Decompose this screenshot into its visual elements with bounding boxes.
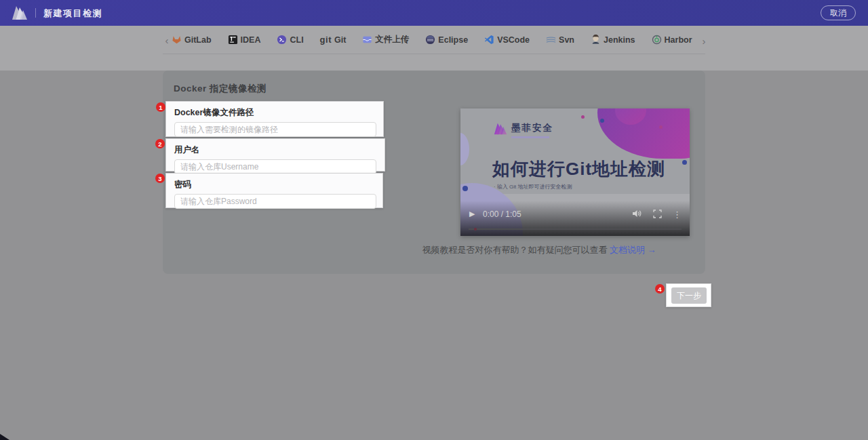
gitlab-icon: [172, 35, 182, 45]
card-title: Docker 指定镜像检测: [174, 83, 267, 95]
som-badge-1: 1: [156, 102, 165, 112]
vscode-icon: [484, 35, 494, 45]
decor-dot: [462, 186, 468, 191]
som-badge-3: 3: [155, 174, 165, 183]
password-input[interactable]: [174, 194, 376, 209]
username-input[interactable]: [174, 159, 376, 174]
decor-dot: [659, 125, 663, 129]
tab-cli[interactable]: CLI: [276, 28, 304, 51]
tab-gitlab[interactable]: GitLab: [171, 28, 212, 51]
play-icon[interactable]: ▶: [469, 209, 475, 218]
video-controls-bar: ▶ 0:00 / 1:05 ⋮: [460, 201, 690, 236]
video-brand-name: 墨菲安全: [511, 122, 553, 134]
header-divider: [35, 8, 36, 18]
tabs-scroll-right-icon[interactable]: ›: [700, 34, 708, 47]
video-slide-title: 如何进行Git地址检测: [492, 157, 665, 181]
decor-dot: [682, 160, 687, 165]
page-title: 新建项目检测: [43, 7, 102, 20]
tutorial-video-player[interactable]: 墨菲安全 如何进行Git地址检测 · 输入 Git 地址即可进行安全检测 ▶ 0…: [460, 108, 690, 236]
tab-git[interactable]: git Git: [319, 28, 347, 51]
corner-artifact: [0, 434, 9, 440]
fullscreen-icon[interactable]: [653, 209, 662, 221]
decor-blob-left: [460, 133, 469, 165]
docker-image-path-label: Docker镜像文件路径: [174, 107, 383, 119]
video-progress-dot: [474, 228, 477, 231]
username-label: 用户名: [174, 144, 384, 156]
tab-label: GitLab: [184, 35, 212, 45]
next-step-spotlight: 下一步: [666, 283, 711, 307]
jenkins-icon: [591, 35, 601, 45]
video-time: 0:00 / 1:05: [483, 209, 521, 219]
tab-svn[interactable]: Svn: [545, 28, 575, 51]
tab-label: Svn: [559, 35, 574, 45]
eclipse-icon: [425, 35, 435, 45]
video-brand-lockup: 墨菲安全: [493, 122, 553, 138]
volume-icon[interactable]: [632, 209, 642, 221]
tab-label: Jenkins: [604, 35, 635, 45]
harbor-icon: [652, 35, 662, 45]
docker-image-path-input[interactable]: [174, 122, 376, 137]
more-options-icon[interactable]: ⋮: [673, 210, 682, 220]
field-username: 用户名: [165, 138, 385, 172]
field-docker-image-path: Docker镜像文件路径: [165, 101, 384, 137]
cli-icon: [277, 35, 287, 45]
tab-label: CLI: [290, 35, 303, 45]
video-progress-bar[interactable]: [469, 228, 682, 230]
svn-icon: [546, 35, 556, 45]
tab-vscode[interactable]: VSCode: [484, 28, 530, 51]
tab-label: Eclipse: [438, 35, 468, 45]
som-badge-2: 2: [155, 139, 165, 148]
help-text: 视频教程是否对你有帮助？如有疑问您可以查看: [422, 245, 610, 255]
tab-jenkins[interactable]: Jenkins: [590, 28, 636, 51]
murphysec-logo-icon: [11, 5, 28, 24]
video-brand-subline: [511, 136, 549, 138]
tabs-viewport: GitLab IDEA CLI git Git: [171, 28, 698, 52]
idea-icon: [228, 35, 238, 45]
tab-label: Harbor: [665, 35, 692, 45]
cancel-button[interactable]: 取消: [821, 5, 856, 20]
field-password: 密码: [165, 173, 383, 208]
tab-idea[interactable]: IDEA: [227, 28, 262, 51]
tab-label: IDEA: [241, 35, 261, 45]
tab-file-upload[interactable]: 文件上传: [361, 28, 410, 52]
tabs-scroll-left-icon[interactable]: ‹: [163, 33, 171, 46]
decor-dot: [581, 115, 585, 119]
tabstrip-background: ‹ GitLab IDEA CLI git: [0, 26, 868, 71]
video-help-caption: 视频教程是否对你有帮助？如有疑问您可以查看 文档说明 →: [380, 244, 698, 256]
murphysec-video-logo-icon: [493, 122, 508, 138]
app-header: 新建项目检测 取消: [0, 0, 868, 26]
docs-link[interactable]: 文档说明 →: [610, 245, 656, 255]
next-step-button[interactable]: 下一步: [671, 287, 707, 304]
password-label: 密码: [174, 179, 382, 191]
upload-tray-icon: [362, 35, 372, 45]
tab-eclipse[interactable]: Eclipse: [425, 28, 469, 51]
decor-dot: [600, 119, 604, 123]
tab-harbor[interactable]: Harbor: [651, 28, 693, 51]
git-icon: git: [320, 35, 332, 45]
som-badge-4: 4: [655, 284, 665, 294]
tab-label: 文件上传: [375, 34, 409, 45]
video-slide-subtitle: · 输入 Git 地址即可进行安全检测: [494, 183, 572, 191]
tab-label: Git: [334, 35, 346, 45]
source-type-tabbar: ‹ GitLab IDEA CLI git: [163, 26, 705, 54]
tab-label: VSCode: [497, 35, 530, 45]
